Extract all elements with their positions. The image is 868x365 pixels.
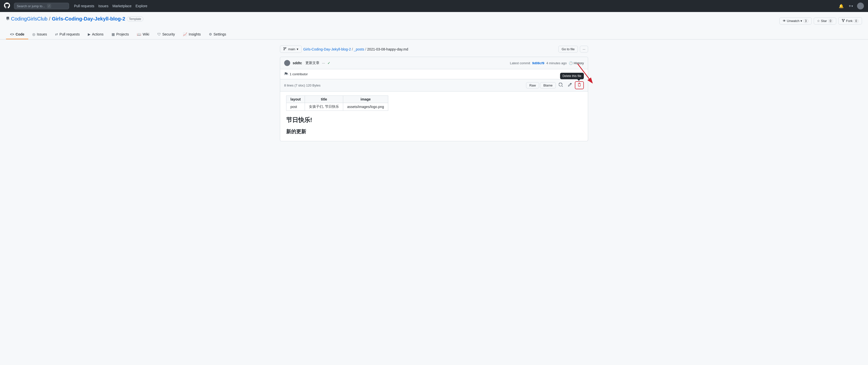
unwatch-button[interactable]: 👁 Unwatch ▾ 3: [779, 18, 812, 25]
contributor-count: 1 contributor: [290, 72, 308, 76]
file-path: Girls-Coding-Day-Jekyll-blog-2 / _posts …: [303, 47, 408, 51]
topnav-right: 🔔 + ▾: [838, 2, 864, 9]
contributors-icon: [284, 72, 288, 76]
nav-pull-requests[interactable]: Pull requests: [74, 4, 94, 8]
repo-owner-link[interactable]: CodingGirlsClub: [11, 16, 48, 22]
table-header-layout: layout: [286, 96, 305, 103]
more-options-button[interactable]: ···: [580, 46, 588, 53]
file-path-sep2: /: [365, 47, 366, 51]
file-heading2: 新的更新: [286, 128, 582, 135]
tab-actions[interactable]: ▶ Actions: [84, 30, 107, 39]
unwatch-label: Unwatch: [787, 19, 800, 23]
main-content: main ▾ Girls-Coding-Day-Jekyll-blog-2 / …: [274, 39, 594, 147]
raw-button[interactable]: Raw: [526, 82, 539, 89]
table-cell-image: assets/images/logo.png: [343, 103, 388, 111]
tab-security[interactable]: 🛡 Security: [153, 30, 179, 39]
star-icon: ☆: [817, 19, 820, 23]
file-content: layout title image post 女孩子们, 节日快乐 asset…: [280, 92, 588, 141]
commit-expand-dots[interactable]: ···: [322, 61, 325, 65]
tab-projects[interactable]: ▦ Projects: [107, 30, 133, 39]
tab-code[interactable]: <> Code: [6, 30, 28, 39]
repo-icon: [6, 17, 9, 21]
security-icon: 🛡: [157, 32, 161, 36]
actions-icon: ▶: [88, 32, 91, 36]
tab-insights[interactable]: 📈 Insights: [179, 30, 205, 39]
repo-name-link[interactable]: Girls-Coding-Day-Jekyll-blog-2: [52, 16, 125, 22]
star-count: 0: [828, 19, 833, 23]
caret-icon: ▾: [851, 4, 853, 8]
tab-pull-requests[interactable]: ⇄ Pull requests: [51, 30, 84, 39]
unwatch-count: 3: [803, 19, 808, 23]
repo-slash: /: [49, 16, 51, 22]
delete-tooltip: Delete this file: [560, 73, 584, 79]
notifications-button[interactable]: 🔔: [838, 3, 845, 9]
projects-icon: ▦: [112, 32, 115, 36]
search-kbd: /: [47, 4, 51, 8]
github-logo[interactable]: [4, 2, 10, 10]
repo-action-buttons: 👁 Unwatch ▾ 3 ☆ Star 0 Fork 0: [779, 17, 862, 25]
nav-issues[interactable]: Issues: [98, 4, 108, 8]
file-viewer: 8 lines (7 sloc) 120 Bytes Raw Blame Del…: [280, 79, 588, 141]
history-link[interactable]: 🕐 History: [569, 61, 584, 65]
frontmatter-table: layout title image post 女孩子们, 节日快乐 asset…: [286, 96, 388, 111]
display-icon: [559, 83, 563, 87]
unwatch-caret: ▾: [801, 19, 802, 23]
file-path-root[interactable]: Girls-Coding-Day-Jekyll-blog-2: [303, 47, 351, 51]
repo-tabs: <> Code ◎ Issues ⇄ Pull requests ▶ Actio…: [6, 30, 862, 39]
nav-marketplace[interactable]: Marketplace: [112, 4, 131, 8]
table-header-title: title: [305, 96, 343, 103]
plus-icon: +: [849, 4, 851, 8]
blame-button[interactable]: Blame: [540, 82, 556, 89]
commit-right-info: Latest commit 9d08cf9 4 minutes ago 🕐 Hi…: [510, 61, 584, 65]
file-path-folder[interactable]: _posts: [354, 47, 364, 51]
search-text: Search or jump to...: [17, 4, 45, 8]
display-mode-button[interactable]: [557, 82, 565, 89]
nav-explore[interactable]: Explore: [135, 4, 147, 8]
commit-info-box: sddtc 更新文章 ··· ✓ Latest commit 9d08cf9 4…: [280, 57, 588, 69]
wiki-icon: 📖: [137, 32, 141, 36]
insights-icon: 📈: [183, 32, 187, 36]
avatar[interactable]: [857, 2, 864, 9]
edit-file-button[interactable]: [566, 82, 574, 89]
contributors-box: 1 contributor: [280, 69, 588, 79]
history-icon: 🕐: [569, 61, 573, 65]
repo-template-badge: Template: [127, 16, 144, 22]
file-toolbar-actions: Raw Blame Delete this file: [526, 81, 584, 89]
eye-icon: 👁: [783, 19, 786, 23]
fork-icon: [841, 19, 845, 23]
topnav-links: Pull requests Issues Marketplace Explore: [74, 4, 147, 8]
tab-wiki[interactable]: 📖 Wiki: [133, 30, 153, 39]
file-path-current: 2021-03-08-happy-day.md: [367, 47, 408, 51]
commit-status-check: ✓: [328, 61, 331, 65]
go-to-file-button[interactable]: Go to file: [558, 46, 578, 53]
delete-tooltip-wrapper: Delete this file: [575, 81, 584, 89]
file-nav-actions: Go to file ···: [558, 46, 588, 53]
pr-icon: ⇄: [55, 32, 58, 36]
fork-count: 0: [854, 19, 859, 23]
commit-hash-link[interactable]: 9d08cf9: [532, 61, 544, 65]
file-heading1: 节日快乐!: [286, 116, 582, 124]
commit-time: 4 minutes ago: [546, 61, 567, 65]
commit-author-name[interactable]: sddtc: [293, 61, 302, 65]
new-item-button[interactable]: + ▾: [848, 3, 854, 9]
file-toolbar: 8 lines (7 sloc) 120 Bytes Raw Blame Del…: [280, 79, 588, 92]
repo-breadcrumb: CodingGirlsClub / Girls-Coding-Day-Jekyl…: [6, 16, 143, 22]
tab-issues[interactable]: ◎ Issues: [28, 30, 51, 39]
table-cell-layout: post: [286, 103, 305, 111]
code-icon: <>: [10, 32, 14, 36]
fork-button[interactable]: Fork 0: [838, 17, 862, 25]
star-button[interactable]: ☆ Star 0: [814, 18, 836, 25]
branch-icon: [283, 47, 287, 51]
delete-file-button[interactable]: [575, 81, 584, 89]
issues-icon: ◎: [32, 32, 35, 36]
table-row: post 女孩子们, 节日快乐 assets/images/logo.png: [286, 103, 388, 111]
search-bar[interactable]: Search or jump to... /: [14, 3, 69, 9]
settings-icon: ⚙: [209, 32, 212, 36]
top-navigation: Search or jump to... / Pull requests Iss…: [0, 0, 868, 12]
branch-name: main: [288, 47, 295, 51]
history-label: History: [574, 61, 584, 65]
tab-settings[interactable]: ⚙ Settings: [205, 30, 230, 39]
commit-author-avatar: [284, 60, 290, 66]
branch-selector[interactable]: main ▾: [280, 45, 302, 53]
file-path-sep1: /: [352, 47, 353, 51]
